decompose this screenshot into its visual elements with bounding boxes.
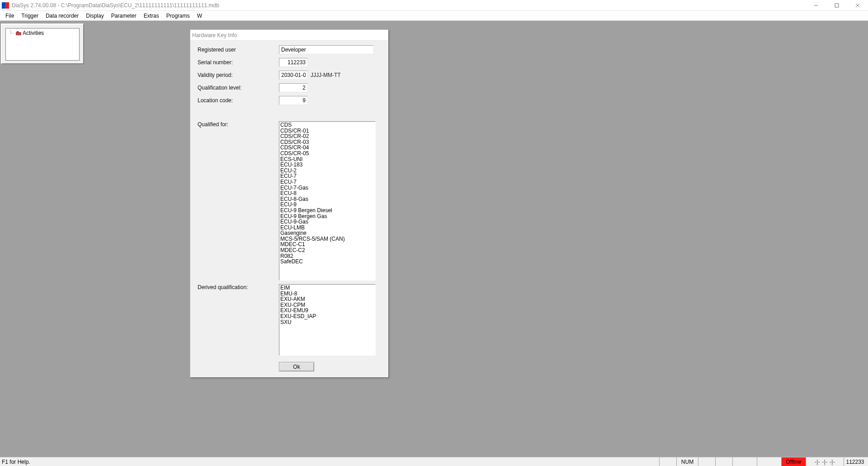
list-item[interactable]: ECU-8: [280, 190, 374, 196]
status-serial: 112233: [844, 457, 868, 466]
ok-button[interactable]: Ok: [279, 362, 314, 371]
list-item[interactable]: Gasengine: [280, 230, 374, 236]
hardware-key-info-dialog: Hardware Key Info Registered user Serial…: [190, 29, 389, 378]
menu-parameter[interactable]: Parameter: [108, 11, 140, 20]
label-registered-user: Registered user: [198, 47, 279, 53]
window-title: DiaSys 2.74.00.08 - C:\ProgramData\DiaSy…: [12, 2, 806, 9]
maximize-button[interactable]: [826, 0, 847, 11]
minimize-button[interactable]: [806, 0, 826, 11]
registered-user-field[interactable]: [279, 45, 374, 54]
svg-rect-1: [5, 2, 9, 9]
status-offline: Offline: [781, 457, 806, 466]
derived-qualification-list[interactable]: EIMEMU-8EXU-AKMEXU-CPMEXU-EMU9EXU-ESD_IA…: [279, 284, 376, 356]
label-qualified-for: Qualified for:: [198, 121, 279, 128]
list-item[interactable]: SXU: [280, 319, 374, 325]
activities-icon: [15, 30, 22, 36]
activities-tree[interactable]: Activities: [5, 28, 80, 61]
titlebar: DiaSys 2.74.00.08 - C:\ProgramData\DiaSy…: [0, 0, 868, 11]
list-item[interactable]: ECU-9 Bergen Diesel: [280, 208, 374, 214]
menu-extras[interactable]: Extras: [140, 11, 163, 20]
location-code-field[interactable]: [279, 96, 308, 105]
status-cell-2: [698, 457, 715, 466]
menu-data-recorder[interactable]: Data recorder: [42, 11, 82, 20]
dialog-title: Hardware Key Info: [190, 30, 388, 41]
list-item[interactable]: EXU-ESD_IAP: [280, 314, 374, 319]
label-validity-period: Validity period:: [198, 72, 279, 78]
list-item[interactable]: MDEC-C2: [280, 247, 374, 253]
list-item[interactable]: CDS: [280, 122, 374, 128]
status-cell-5: [757, 457, 781, 466]
label-derived-qualification: Derived qualification:: [198, 284, 279, 290]
activities-panel: Activities: [1, 24, 84, 64]
serial-number-field[interactable]: [279, 58, 308, 67]
list-item[interactable]: CDS/CR-02: [280, 133, 374, 139]
tree-label: Activities: [23, 30, 44, 36]
qualified-for-list[interactable]: CDSCDS/CR-01CDS/CR-02CDS/CR-03CDS/CR-04C…: [279, 121, 376, 281]
app-logo-icon: [2, 2, 9, 9]
validity-format-hint: JJJJ-MM-TT: [311, 72, 341, 78]
list-item[interactable]: EIM: [280, 285, 374, 291]
list-item[interactable]: ECU-9-Gas: [280, 219, 374, 225]
svg-rect-3: [835, 4, 839, 7]
tree-node-activities[interactable]: Activities: [8, 30, 77, 36]
status-cell-3: [715, 457, 732, 466]
menu-programs[interactable]: Programs: [163, 11, 193, 20]
menu-file[interactable]: File: [2, 11, 18, 20]
status-cell-1: [659, 457, 676, 466]
status-num: NUM: [676, 457, 698, 466]
label-location-code: Location code:: [198, 97, 279, 104]
list-item[interactable]: CDS/CR-05: [280, 151, 374, 157]
label-qualification-level: Qualification level:: [198, 85, 279, 91]
svg-rect-0: [2, 2, 5, 9]
statusbar: F1 for Help. NUM Offline -|- -|- -|- 112…: [0, 457, 868, 466]
qualification-level-field[interactable]: [279, 83, 308, 92]
window-controls: [806, 0, 868, 11]
tree-branch-icon: [8, 30, 14, 36]
list-item[interactable]: EXU-AKM: [280, 296, 374, 302]
menubar: File Trigger Data recorder Display Param…: [0, 11, 868, 21]
menu-trigger[interactable]: Trigger: [18, 11, 42, 20]
svg-rect-6: [16, 32, 21, 35]
list-item[interactable]: ECU-183: [280, 162, 374, 168]
workspace: Activities Hardware Key Info Registered …: [0, 21, 868, 457]
list-item[interactable]: ECU-7: [280, 179, 374, 185]
status-help-text: F1 for Help.: [0, 457, 659, 466]
menu-w[interactable]: W: [193, 11, 206, 20]
list-item[interactable]: SafeDEC: [280, 259, 374, 265]
status-digits: -|- -|- -|-: [806, 457, 844, 466]
status-cell-4: [732, 457, 757, 466]
label-serial-number: Serial number:: [198, 59, 279, 66]
close-button[interactable]: [847, 0, 868, 11]
menu-display[interactable]: Display: [82, 11, 107, 20]
validity-period-field[interactable]: [279, 71, 308, 80]
svg-rect-7: [17, 31, 19, 33]
